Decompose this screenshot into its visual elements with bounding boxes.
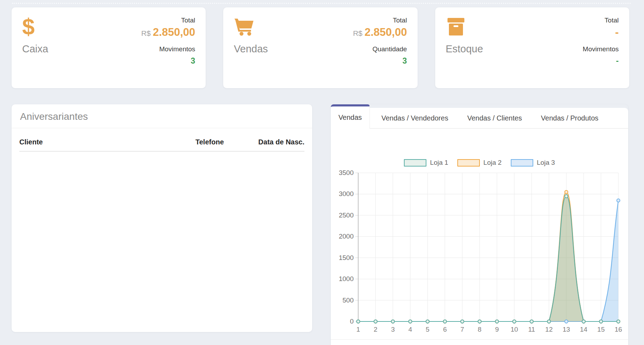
metric-value: R$2.850,00 xyxy=(353,27,407,39)
column-header-cliente: Cliente xyxy=(19,128,195,151)
card-title: Vendas xyxy=(234,43,268,55)
tab-vendas-vendedores[interactable]: Vendas / Vendedores xyxy=(372,114,458,122)
legend-label: Loja 3 xyxy=(537,159,555,167)
svg-text:6: 6 xyxy=(443,326,447,333)
svg-text:1000: 1000 xyxy=(339,275,354,282)
vendas-card-metrics: Total R$2.850,00 Quantidade 3 xyxy=(353,17,407,66)
estoque-card[interactable]: Estoque Total - Movimentos - xyxy=(435,7,629,88)
svg-text:1: 1 xyxy=(356,326,360,333)
svg-text:3500: 3500 xyxy=(339,169,354,176)
metric-value: R$2.850,00 xyxy=(141,27,195,39)
stock-box-icon xyxy=(446,16,483,38)
legend-item-loja3[interactable]: Loja 3 xyxy=(511,159,555,167)
svg-text:11: 11 xyxy=(528,326,535,333)
dollar-sign-icon: $ xyxy=(22,16,48,38)
chart-legend: Loja 1 Loja 2 Loja 3 xyxy=(331,159,628,167)
birthdays-panel: Aniversariantes Cliente Telefone Data de… xyxy=(12,104,312,332)
metric-label: Total xyxy=(353,17,407,24)
svg-text:2: 2 xyxy=(374,326,378,333)
movements-count: 3 xyxy=(141,56,195,66)
sales-panel-footer xyxy=(331,340,628,345)
svg-text:3: 3 xyxy=(391,326,395,333)
svg-text:5: 5 xyxy=(426,326,430,333)
metric-label: Total xyxy=(583,17,619,24)
estoque-card-metrics: Total - Movimentos - xyxy=(583,17,619,66)
birthdays-table-body xyxy=(19,151,304,318)
tab-vendas-clientes[interactable]: Vendas / Clientes xyxy=(458,114,532,122)
legend-swatch-loja3 xyxy=(511,159,533,167)
summary-cards-row: $ Caixa Total R$2.850,00 Movimentos 3 xyxy=(12,7,629,88)
svg-text:3000: 3000 xyxy=(339,190,354,197)
estoque-card-left: Estoque xyxy=(446,16,483,55)
total-amount: 2.850,00 xyxy=(153,26,195,38)
svg-text:0: 0 xyxy=(350,318,354,325)
caixa-card[interactable]: $ Caixa Total R$2.850,00 Movimentos 3 xyxy=(12,7,206,88)
sales-tabs-strip: Vendas / Vendedores Vendas / Clientes Ve… xyxy=(370,108,628,129)
dashboard-page: $ Caixa Total R$2.850,00 Movimentos 3 xyxy=(0,0,644,345)
tab-vendas-produtos[interactable]: Vendas / Produtos xyxy=(532,114,608,122)
total-amount: - xyxy=(615,26,619,38)
vendas-card-left: Vendas xyxy=(234,16,268,55)
panels-row: Aniversariantes Cliente Telefone Data de… xyxy=(12,104,628,345)
svg-text:13: 13 xyxy=(562,326,570,333)
column-header-data-nasc: Data de Nasc. xyxy=(252,128,304,151)
tab-vendas[interactable]: Vendas xyxy=(331,104,370,129)
caixa-card-left: $ Caixa xyxy=(22,16,48,55)
card-title: Caixa xyxy=(22,43,48,55)
legend-swatch-loja1 xyxy=(404,159,426,167)
sales-chart-area: 0500100015002000250030003500123456789101… xyxy=(331,129,628,340)
legend-label: Loja 1 xyxy=(430,159,448,167)
metric-label: Movimentos xyxy=(141,45,195,53)
legend-item-loja1[interactable]: Loja 1 xyxy=(404,159,448,167)
legend-swatch-loja2 xyxy=(457,159,480,167)
sales-panel: Vendas Vendas / Vendedores Vendas / Clie… xyxy=(331,104,628,345)
svg-text:500: 500 xyxy=(342,297,354,304)
birthdays-table: Cliente Telefone Data de Nasc. xyxy=(19,128,304,317)
legend-item-loja2[interactable]: Loja 2 xyxy=(457,159,502,167)
vendas-card[interactable]: Vendas Total R$2.850,00 Quantidade 3 xyxy=(223,7,417,88)
svg-text:2000: 2000 xyxy=(339,233,354,240)
birthdays-table-header-row: Cliente Telefone Data de Nasc. xyxy=(19,128,304,151)
svg-text:10: 10 xyxy=(510,326,518,333)
svg-text:2500: 2500 xyxy=(339,211,354,219)
total-amount: 2.850,00 xyxy=(365,26,407,38)
card-title: Estoque xyxy=(446,43,483,55)
birthdays-panel-title: Aniversariantes xyxy=(12,104,312,128)
metric-value: - xyxy=(583,27,619,39)
movements-count: - xyxy=(583,56,619,66)
currency-prefix: R$ xyxy=(353,29,362,37)
birthdays-empty-area xyxy=(20,152,304,317)
currency-prefix: R$ xyxy=(141,29,151,37)
quantity-count: 3 xyxy=(353,56,407,66)
svg-text:14: 14 xyxy=(580,326,588,333)
top-dotted-divider xyxy=(12,3,631,4)
svg-text:15: 15 xyxy=(597,326,605,333)
svg-text:9: 9 xyxy=(495,326,499,333)
shopping-cart-icon xyxy=(234,16,268,38)
svg-text:16: 16 xyxy=(614,326,622,333)
legend-label: Loja 2 xyxy=(483,159,502,167)
svg-text:7: 7 xyxy=(461,326,464,333)
caixa-card-metrics: Total R$2.850,00 Movimentos 3 xyxy=(141,17,195,66)
column-header-telefone: Telefone xyxy=(195,128,252,151)
svg-text:1500: 1500 xyxy=(339,254,354,261)
metric-label: Quantidade xyxy=(353,45,407,53)
svg-text:8: 8 xyxy=(478,326,482,333)
svg-text:12: 12 xyxy=(545,326,553,333)
svg-text:4: 4 xyxy=(408,326,412,333)
metric-label: Movimentos xyxy=(583,45,619,53)
metric-label: Total xyxy=(141,17,195,24)
sales-tabs: Vendas Vendas / Vendedores Vendas / Clie… xyxy=(331,104,628,129)
